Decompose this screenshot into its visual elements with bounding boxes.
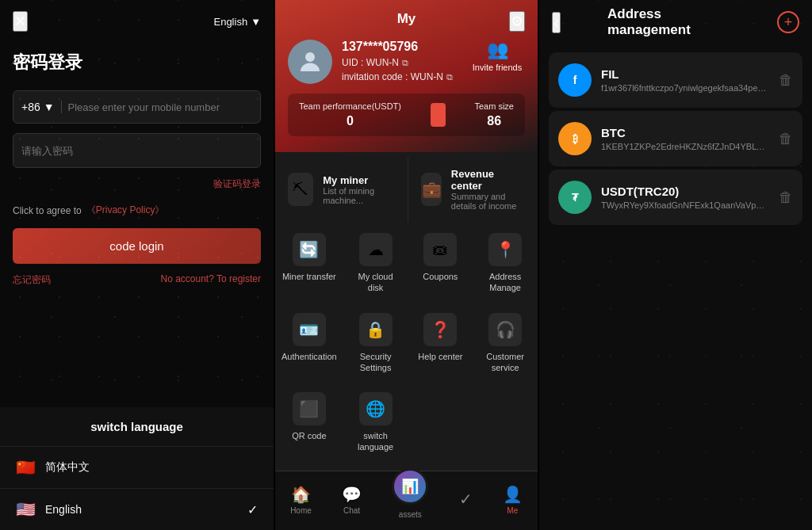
login-title: 密码登录	[0, 43, 274, 90]
address-list: f FIL f1wr367l6fnttkczpo7yniwlgegekfsaa3…	[539, 44, 812, 233]
profile-info-row: 137****05796 UID : WUN-N ⧉ invitation co…	[288, 40, 525, 84]
authentication-label: Authentication	[282, 351, 337, 362]
address-manage-menu-item[interactable]: 📍 Address Manage	[473, 222, 538, 302]
chinese-language-option[interactable]: 🇨🇳 简体中文	[0, 446, 274, 488]
login-panel: ✕ English ▼ 密码登录 +86 ▼ 验证码登录 Click to ag…	[0, 0, 274, 530]
chat-icon: 💬	[342, 485, 362, 504]
lang-arrow-icon: ▼	[251, 16, 261, 28]
chinese-language-label: 简体中文	[45, 460, 258, 475]
btc-coin-icon: ₿	[558, 122, 592, 155]
address-header: ‹ Address management +	[539, 0, 812, 44]
switch-language-menu-item[interactable]: 🌐 switch language	[343, 381, 408, 461]
english-language-option[interactable]: 🇺🇸 English ✓	[0, 488, 274, 530]
fil-delete-icon[interactable]: 🗑	[779, 72, 793, 89]
fil-address-card: f FIL f1wr367l6fnttkczpo7yniwlgegekfsaa3…	[549, 52, 802, 108]
close-button[interactable]: ✕	[13, 11, 28, 32]
add-address-button[interactable]: +	[777, 11, 799, 33]
my-miner-sublabel: List of mining machine...	[323, 186, 395, 205]
agree-row: Click to agree to 《Privacy Policy》	[0, 204, 274, 228]
invite-friends-icon: 👥	[487, 40, 508, 60]
nav-chat[interactable]: 💬 Chat	[332, 482, 371, 518]
usdt-delete-icon[interactable]: 🗑	[779, 189, 793, 206]
revenue-center-icon: 💼	[421, 173, 441, 206]
switch-language-title: switch language	[0, 407, 274, 446]
code-login-link[interactable]: 验证码登录	[0, 177, 274, 204]
address-manage-icon: 📍	[488, 233, 522, 266]
miner-transfer-label: Miner transfer	[282, 271, 336, 282]
my-cloud-disk-menu-item[interactable]: ☁ My cloud disk	[343, 222, 408, 302]
address-manage-label: Address Manage	[479, 271, 531, 294]
authentication-icon: 🪪	[293, 313, 326, 346]
usdt-coin-icon: ₮	[558, 181, 592, 214]
privacy-policy-link[interactable]: 《Privacy Policy》	[86, 204, 165, 217]
revenue-center-menu-item[interactable]: 💼 Revenue center Summary and details of …	[408, 157, 538, 222]
help-center-label: Help center	[418, 351, 462, 362]
nav-assets[interactable]: 📊 assets	[382, 465, 438, 522]
qr-code-label: QR code	[292, 430, 326, 441]
svg-text:₿: ₿	[573, 133, 578, 145]
team-perf-label: Team performance(USDT)	[299, 101, 401, 111]
profile-title: My	[397, 11, 416, 27]
phone-input[interactable]	[68, 101, 253, 113]
phone-prefix[interactable]: +86 ▼	[21, 101, 62, 113]
me-icon: 👤	[503, 485, 523, 504]
my-miner-icon: ⛏	[288, 173, 313, 206]
btc-svg-icon: ₿	[565, 129, 584, 148]
invite-code-text: invitation code : WUN-N	[342, 71, 443, 82]
security-settings-menu-item[interactable]: 🔒 Security Settings	[343, 302, 408, 382]
nav-me[interactable]: 👤 Me	[493, 482, 532, 518]
fil-address-info: FIL f1wr367l6fnttkczpo7yniwlgegekfsaa34p…	[601, 67, 769, 93]
profile-uid: UID : WUN-N ⧉	[342, 57, 460, 68]
svg-point-0	[305, 52, 315, 62]
selected-checkmark-icon: ✓	[247, 502, 258, 517]
settings-button[interactable]: ⚙	[509, 11, 525, 32]
team-size-label: Team size	[474, 101, 514, 111]
stats-arrow-button[interactable]: ›	[431, 103, 446, 127]
profile-header-top: My	[288, 11, 525, 27]
customer-service-label: Customer service	[479, 351, 531, 374]
assets-icon: 📊	[401, 478, 419, 495]
btc-delete-icon[interactable]: 🗑	[779, 131, 793, 147]
back-button[interactable]: ‹	[552, 12, 561, 33]
address-management-panel: ‹ Address management + f FIL f1wr367l6fn…	[539, 0, 812, 530]
security-settings-label: Security Settings	[350, 351, 402, 374]
usdt-address-info: USDT(TRC20) TWyxRYey9XfoadGnNFExk1QaanVa…	[601, 185, 769, 210]
phone-input-row: +86 ▼	[13, 90, 261, 124]
team-size-value: 86	[474, 114, 514, 128]
english-language-label: English	[45, 503, 238, 516]
copy-uid-icon[interactable]: ⧉	[402, 58, 408, 68]
code-login-button[interactable]: code login	[13, 228, 261, 264]
svg-text:₮: ₮	[572, 192, 579, 204]
check-icon: ✓	[459, 490, 473, 509]
fil-svg-icon: f	[565, 71, 584, 90]
revenue-center-sublabel: Summary and details of income	[451, 192, 525, 211]
login-footer: 忘记密码 No account? To register	[0, 264, 274, 287]
svg-text:f: f	[573, 74, 577, 86]
language-label: English	[213, 16, 247, 28]
password-input[interactable]	[21, 145, 252, 157]
qr-code-menu-item[interactable]: ⬛ QR code	[275, 381, 343, 461]
agree-text: Click to agree to	[13, 205, 82, 216]
forgot-password-link[interactable]: 忘记密码	[13, 273, 51, 287]
assets-button[interactable]: 📊	[392, 468, 428, 505]
copy-invite-icon[interactable]: ⧉	[446, 72, 453, 82]
register-link[interactable]: No account? To register	[160, 273, 261, 287]
fil-coin-icon: f	[558, 63, 592, 97]
help-center-menu-item[interactable]: ❓ Help center	[408, 302, 473, 382]
usdt-svg-icon: ₮	[565, 188, 584, 207]
invite-friends-button[interactable]: 👥 Invite friends	[469, 40, 525, 72]
customer-service-menu-item[interactable]: 🎧 Customer service	[473, 302, 538, 382]
switch-language-icon: 🌐	[359, 392, 393, 425]
coupons-menu-item[interactable]: 🎟 Coupons	[408, 222, 473, 302]
switch-language-menu-label: switch language	[350, 430, 402, 453]
nav-check[interactable]: ✓	[450, 486, 482, 514]
nav-home[interactable]: 🏠 Home	[281, 482, 321, 518]
btc-coin-name: BTC	[601, 126, 769, 139]
authentication-menu-item[interactable]: 🪪 Authentication	[275, 302, 343, 382]
my-miner-menu-item[interactable]: ⛏ My miner List of mining machine...	[275, 157, 408, 222]
profile-menu-grid: ⛏ My miner List of mining machine... 💼 R…	[275, 152, 538, 466]
english-flag-icon: 🇺🇸	[16, 500, 36, 519]
language-selector[interactable]: English ▼	[213, 16, 261, 28]
btc-address-info: BTC 1KEBY1ZKPe2EdreHKZNz6fZJnD4YBLYvDW	[601, 126, 769, 151]
miner-transfer-menu-item[interactable]: 🔄 Miner transfer	[275, 222, 343, 302]
